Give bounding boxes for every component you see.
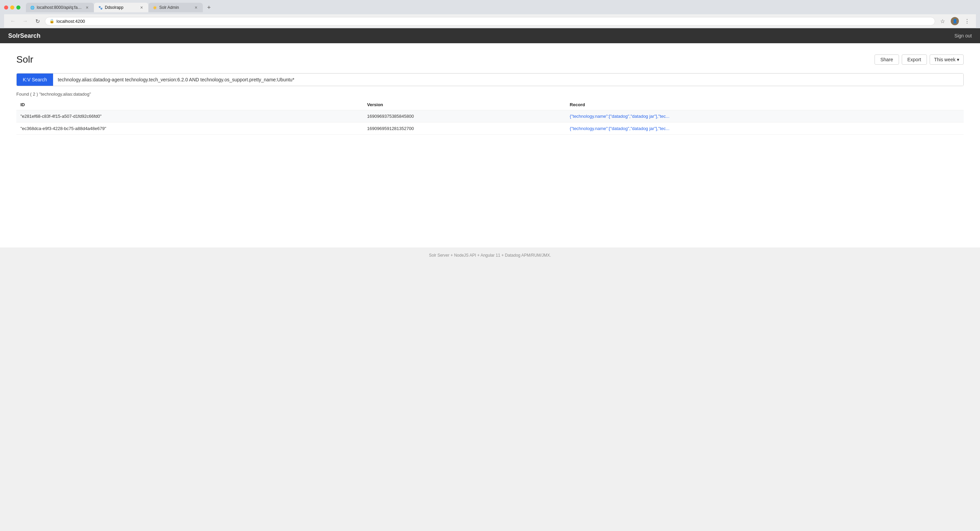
browser-tab-2[interactable]: 🐾 Ddsolrapp × [94, 3, 148, 12]
profile-icon[interactable]: 👤 [950, 16, 959, 26]
dropdown-arrow-icon: ▾ [957, 57, 959, 62]
cell-version-2: 1690969591281352700 [363, 123, 566, 135]
share-button[interactable]: Share [875, 54, 899, 65]
sign-out-button[interactable]: Sign out [955, 33, 972, 38]
new-tab-button[interactable]: + [204, 3, 214, 12]
browser-tab-1[interactable]: 🌐 localhost:8000/api/q:facet.fiel... × [26, 3, 94, 12]
forward-button[interactable]: → [21, 16, 30, 26]
page-title: Solr [16, 54, 33, 65]
results-info: Found ( 2 ) "technology.alias:datadog" [16, 92, 964, 97]
lock-icon: 🔒 [49, 19, 54, 24]
record-link-2[interactable]: {"technology.name":["datadog","datadog j… [570, 126, 669, 131]
browser-chrome: 🌐 localhost:8000/api/q:facet.fiel... × 🐾… [0, 0, 980, 28]
tab-favicon-1: 🌐 [30, 5, 35, 10]
cell-record-1[interactable]: {"technology.name":["datadog","datadog j… [566, 110, 964, 123]
table-body: "e281ef68-c83f-4f15-a507-d1fd92c66fd0" 1… [16, 110, 964, 135]
tab-title-3: Solr Admin [159, 5, 191, 10]
export-button[interactable]: Export [902, 54, 927, 65]
col-header-record: Record [566, 99, 964, 110]
app-container: SolrSearch Sign out Solr Share Export Th… [0, 28, 980, 531]
tab-title-1: localhost:8000/api/q:facet.fiel... [37, 5, 82, 10]
results-table: ID Version Record "e281ef68-c83f-4f15-a5… [16, 99, 964, 135]
traffic-lights [4, 5, 21, 10]
page-header: Solr Share Export This week ▾ [16, 54, 964, 65]
cell-id-2: "ec368dca-e9f3-4228-bc75-a88d4a48e679" [16, 123, 363, 135]
browser-tab-3[interactable]: ☀️ Solr Admin × [148, 3, 203, 12]
page-footer: Solr Server + NodeJS API + Angular 11 + … [0, 247, 980, 263]
tab-favicon-2: 🐾 [98, 5, 103, 10]
back-button[interactable]: ← [8, 16, 18, 26]
table-row: "e281ef68-c83f-4f15-a507-d1fd92c66fd0" 1… [16, 110, 964, 123]
top-nav: SolrSearch Sign out [0, 28, 980, 43]
tab-close-3[interactable]: × [193, 5, 199, 10]
address-bar[interactable]: 🔒 localhost:4200 [45, 17, 935, 26]
header-actions: Share Export This week ▾ [875, 54, 964, 65]
col-header-version: Version [363, 99, 566, 110]
tab-favicon-3: ☀️ [153, 5, 157, 10]
record-link-1[interactable]: {"technology.name":["datadog","datadog j… [570, 114, 669, 119]
avatar: 👤 [951, 17, 959, 25]
table-row: "ec368dca-e9f3-4228-bc75-a88d4a48e679" 1… [16, 123, 964, 135]
address-text: localhost:4200 [56, 19, 931, 24]
maximize-window-button[interactable] [16, 5, 21, 10]
tab-close-1[interactable]: × [84, 5, 90, 10]
cell-record-2[interactable]: {"technology.name":["datadog","datadog j… [566, 123, 964, 135]
bookmark-icon[interactable]: ☆ [938, 16, 947, 26]
search-input[interactable] [53, 73, 963, 86]
tab-title-2: Ddsolrapp [105, 5, 137, 10]
kv-search-button[interactable]: K:V Search [17, 73, 53, 86]
this-week-label: This week [934, 57, 956, 62]
col-header-id: ID [16, 99, 363, 110]
minimize-window-button[interactable] [10, 5, 14, 10]
cell-version-1: 1690969375385845800 [363, 110, 566, 123]
table-header-row: ID Version Record [16, 99, 964, 110]
main-content: Solr Share Export This week ▾ K:V Search… [0, 43, 980, 247]
this-week-dropdown[interactable]: This week ▾ [930, 54, 964, 65]
browser-controls: 🌐 localhost:8000/api/q:facet.fiel... × 🐾… [4, 3, 976, 12]
browser-menu-icon[interactable]: ⋮ [962, 16, 972, 26]
reload-button[interactable]: ↻ [33, 16, 42, 26]
app-title: SolrSearch [8, 32, 40, 40]
tab-close-2[interactable]: × [139, 5, 144, 10]
search-bar: K:V Search [16, 73, 964, 86]
cell-id-1: "e281ef68-c83f-4f15-a507-d1fd92c66fd0" [16, 110, 363, 123]
close-window-button[interactable] [4, 5, 8, 10]
table-header: ID Version Record [16, 99, 964, 110]
tab-bar: 🌐 localhost:8000/api/q:facet.fiel... × 🐾… [26, 3, 214, 12]
footer-text: Solr Server + NodeJS API + Angular 11 + … [429, 253, 551, 258]
address-bar-row: ← → ↻ 🔒 localhost:4200 ☆ 👤 ⋮ [4, 14, 976, 28]
